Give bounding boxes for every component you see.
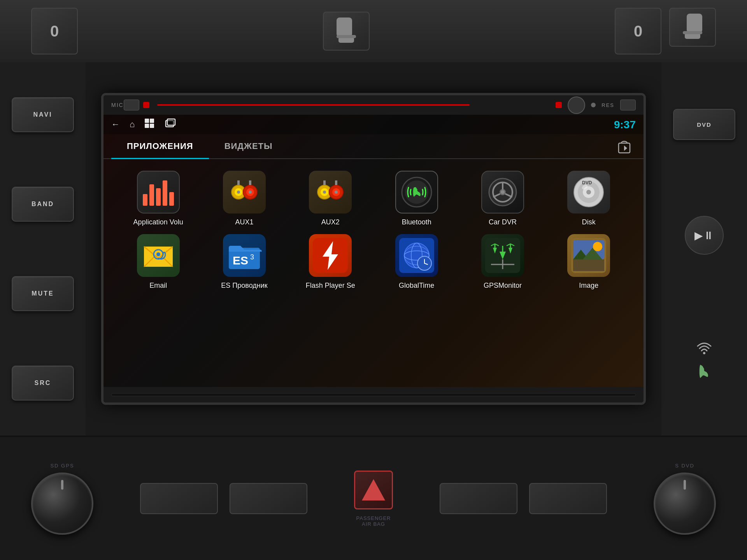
bezel-indicator-red-right [556, 102, 562, 108]
middle-section: NAVI BAND MUTE SRC MIC [0, 62, 747, 436]
app-icon-gpsmonitor [481, 234, 524, 277]
app-label-aux1: AUX1 [235, 218, 253, 226]
app-item-cardvr[interactable]: Car DVR [463, 171, 542, 226]
bottom-button-right-2[interactable] [529, 483, 607, 514]
app-item-email[interactable]: Email [119, 234, 197, 290]
bezel-button-top-left[interactable] [124, 100, 139, 110]
apps-grid: Application Volu [103, 159, 644, 301]
bezel-top-right: RES [556, 96, 636, 114]
svg-rect-3 [687, 14, 702, 33]
svg-text:3: 3 [250, 253, 254, 261]
dvd-button[interactable]: DVD [673, 109, 735, 140]
svg-point-42 [586, 190, 591, 194]
svg-point-38 [501, 190, 505, 194]
svg-rect-6 [145, 119, 149, 123]
app-icon-aux2 [309, 171, 352, 214]
app-label-email: Email [149, 282, 167, 290]
app-item-disk[interactable]: DVD Disk [550, 171, 628, 226]
svg-point-20 [249, 191, 252, 194]
bezel-circle-button[interactable] [568, 96, 585, 114]
status-bar: ← ⌂ [103, 115, 644, 134]
bezel-dot [591, 103, 596, 107]
app-item-flash[interactable]: Flash Player Se [291, 234, 370, 290]
svg-rect-9 [150, 124, 154, 128]
bottom-right-group: S DVD [654, 463, 716, 535]
svg-rect-0 [337, 18, 352, 37]
app-label-flash: Flash Player Se [306, 282, 355, 290]
svg-rect-11 [167, 119, 175, 125]
app-label-volume: Application Volu [133, 218, 183, 226]
app-label-bluetooth: Bluetooth [402, 218, 431, 226]
app-item-globaltime[interactable]: GlobalTime [377, 234, 456, 290]
bottom-button-left[interactable] [140, 483, 218, 514]
seat-icon-button[interactable] [323, 12, 370, 51]
app-switch-nav-icon[interactable] [165, 118, 176, 131]
svg-text:ES: ES [233, 254, 248, 267]
top-background-area: 0 0 [0, 0, 747, 62]
s-dvd-label: S DVD [675, 463, 694, 469]
svg-point-24 [323, 191, 326, 194]
app-item-bluetooth[interactable]: Bluetooth [377, 171, 456, 226]
bottom-center-group: PASSENGERAIR BAG [354, 471, 393, 527]
app-label-globaltime: GlobalTime [399, 282, 434, 290]
app-icon-volume [137, 171, 180, 214]
app-item-aux2[interactable]: AUX2 [291, 171, 370, 226]
bottom-btn-row-right [440, 483, 607, 514]
app-label-aux2: AUX2 [321, 218, 340, 226]
band-button[interactable]: BAND [12, 187, 74, 222]
app-label-image: Image [579, 282, 598, 290]
airbag-label: PASSENGERAIR BAG [356, 515, 391, 527]
bezel-top: MIC RES [103, 95, 644, 115]
play-pause-button[interactable]: ▶⏸ [685, 216, 724, 255]
bottom-button-center[interactable] [230, 483, 307, 514]
bottom-section: SD GPS PASSENGERAIR BAG S DVD [0, 436, 747, 560]
app-item-volume[interactable]: Application Volu [119, 171, 197, 226]
app-item-gpsmonitor[interactable]: GPSMonitor [463, 234, 542, 290]
app-icon-bluetooth [395, 171, 438, 214]
app-label-cardvr: Car DVR [489, 218, 517, 226]
svg-rect-7 [150, 119, 154, 123]
app-label-disk: Disk [582, 218, 596, 226]
mute-button[interactable]: MUTE [12, 276, 74, 311]
phone-icon [694, 362, 714, 381]
store-tab[interactable] [612, 135, 636, 158]
svg-rect-81 [573, 259, 604, 271]
src-button[interactable]: SRC [12, 366, 74, 401]
side-panel-left: NAVI BAND MUTE SRC [0, 62, 86, 436]
svg-marker-13 [624, 145, 627, 151]
wifi-icon [694, 338, 714, 358]
navi-button[interactable]: NAVI [12, 97, 74, 132]
left-knob[interactable] [31, 472, 93, 535]
recents-nav-icon[interactable] [144, 118, 155, 131]
screen-container: MIC RES [86, 62, 661, 436]
top-left-button-0[interactable]: 0 [31, 8, 78, 54]
svg-point-80 [593, 242, 602, 251]
bezel-button-top-right[interactable] [620, 100, 636, 110]
bottom-button-right-1[interactable] [440, 483, 517, 514]
home-nav-icon[interactable]: ⌂ [130, 119, 135, 130]
bezel-bottom [103, 387, 644, 402]
app-icon-aux1 [223, 171, 266, 214]
side-panel-right: DVD ▶⏸ [661, 62, 747, 436]
back-nav-icon[interactable]: ← [111, 119, 120, 130]
top-right-button-0[interactable]: 0 [615, 8, 661, 54]
app-item-aux1[interactable]: AUX1 [205, 171, 283, 226]
right-knob[interactable] [654, 472, 716, 535]
svg-point-82 [703, 352, 705, 354]
app-icon-disk: DVD [567, 171, 610, 214]
app-icon-globaltime [395, 234, 438, 277]
cd-slot [111, 393, 636, 396]
tab-widgets[interactable]: ВИДЖЕТЫ [209, 134, 288, 158]
svg-rect-8 [145, 124, 149, 128]
svg-point-49 [156, 252, 160, 256]
nav-icons: ← ⌂ [111, 118, 176, 131]
tab-apps[interactable]: ПРИЛОЖЕНИЯ [111, 134, 209, 158]
app-item-image[interactable]: Image [550, 234, 628, 290]
svg-point-28 [335, 191, 338, 194]
app-label-es: ES Проводник [221, 282, 267, 290]
hazard-button[interactable] [354, 471, 393, 509]
status-time: 9:37 [614, 119, 636, 131]
app-item-es[interactable]: ES 3 ES Проводник [205, 234, 283, 290]
sd-gps-label: SD GPS [50, 463, 74, 469]
seat-icon-right-button[interactable] [669, 8, 716, 47]
